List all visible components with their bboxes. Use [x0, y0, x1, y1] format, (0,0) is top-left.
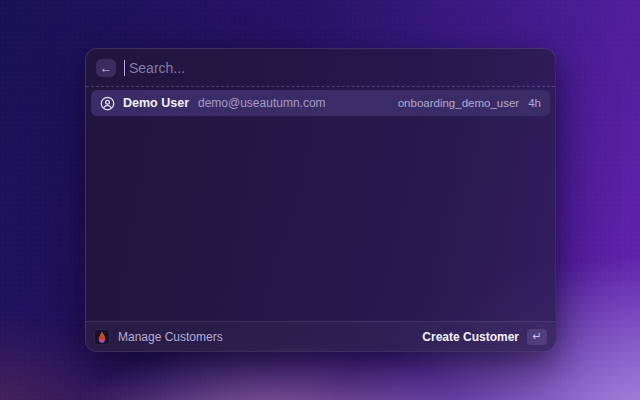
customer-time-badge: 4h [528, 97, 541, 109]
text-cursor [124, 60, 125, 76]
autumn-flame-icon [94, 329, 110, 345]
customer-email: demo@useautumn.com [198, 96, 326, 110]
circle-user-icon [100, 96, 115, 111]
desktop-background: { "palette": { "back_glyph": "←", "searc… [0, 0, 640, 400]
palette-footer: Manage Customers Create Customer ↵ [86, 321, 555, 351]
customer-id-tag: onboarding_demo_user [398, 97, 519, 109]
back-arrow-icon: ← [100, 62, 112, 74]
result-list: Demo User demo@useautumn.com onboarding_… [86, 87, 555, 321]
search-input[interactable] [129, 60, 545, 76]
back-button[interactable]: ← [96, 59, 116, 77]
manage-customers-label: Manage Customers [118, 330, 223, 344]
search-bar: ← [86, 49, 555, 87]
customer-result-row[interactable]: Demo User demo@useautumn.com onboarding_… [91, 90, 550, 116]
return-key-icon: ↵ [527, 329, 547, 345]
customer-name: Demo User [123, 96, 189, 110]
create-customer-label: Create Customer [422, 330, 519, 344]
create-customer-button[interactable]: Create Customer ↵ [422, 329, 547, 345]
command-palette: ← Demo User demo@useautumn.com onboardin… [85, 48, 556, 352]
